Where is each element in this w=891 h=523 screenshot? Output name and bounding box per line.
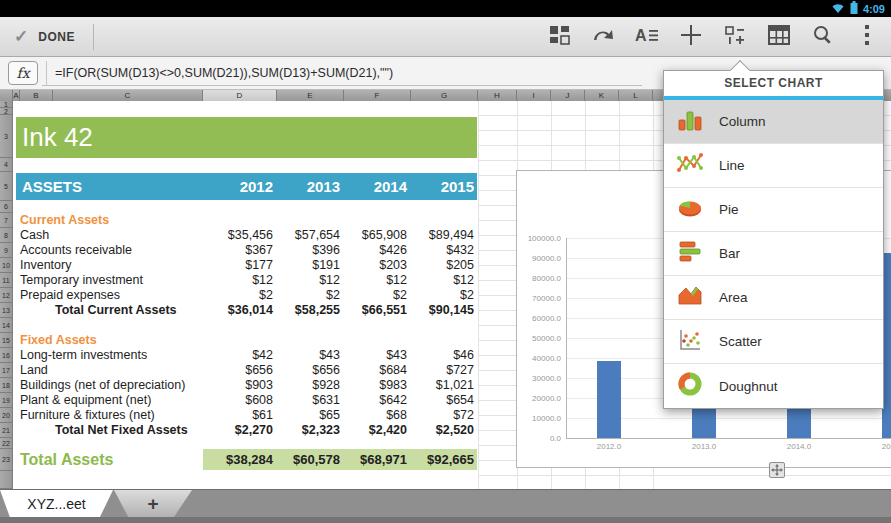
total-assets-value[interactable]: $68,971 <box>344 449 407 470</box>
cell-value[interactable]: $61 <box>203 408 273 423</box>
tab-active-sheet[interactable]: XYZ...eet <box>0 490 113 518</box>
row-header-6[interactable]: 6 <box>0 201 13 213</box>
cell-value[interactable]: $90,145 <box>411 303 474 318</box>
column-header-corner[interactable] <box>0 90 13 101</box>
column-header-E[interactable]: E <box>277 90 344 101</box>
add-sheet-tab[interactable]: + <box>114 490 192 518</box>
cell-value[interactable]: $203 <box>344 258 407 273</box>
fx-button[interactable]: fx <box>8 61 38 85</box>
cell-value[interactable]: $12 <box>203 273 273 288</box>
popup-item-line[interactable]: Line <box>664 144 883 188</box>
format-text-button[interactable]: A <box>625 17 669 57</box>
cell-value[interactable]: $426 <box>344 243 407 258</box>
cell-value[interactable]: $608 <box>203 393 273 408</box>
cell-value[interactable]: $36,014 <box>203 303 273 318</box>
table-button[interactable] <box>757 17 801 57</box>
cell-value[interactable]: $432 <box>411 243 474 258</box>
cell-value[interactable]: $928 <box>277 378 340 393</box>
row-header-4[interactable]: 4 <box>0 158 13 172</box>
cell-value[interactable]: $1,021 <box>411 378 474 393</box>
cell-value[interactable]: $367 <box>203 243 273 258</box>
section-header-row[interactable]: Fixed Assets <box>0 333 478 348</box>
column-header-L[interactable]: L <box>619 90 653 101</box>
cell-value[interactable]: $2,270 <box>203 423 273 438</box>
cell-value[interactable]: $12 <box>344 273 407 288</box>
cell-value[interactable]: $65,908 <box>344 228 407 243</box>
data-row[interactable]: Cash$35,456$57,654$65,908$89,494 <box>0 228 478 243</box>
cell-value[interactable]: $42 <box>203 348 273 363</box>
row-header-23[interactable]: 23 <box>0 449 13 471</box>
cell-value[interactable]: $684 <box>344 363 407 378</box>
popup-item-bar[interactable]: Bar <box>664 232 883 276</box>
column-header-G[interactable]: G <box>411 90 478 101</box>
cell-value[interactable]: $72 <box>411 408 474 423</box>
row-header-2[interactable]: 2 <box>0 108 13 115</box>
data-row[interactable]: Buildings (net of depreciation)$903$928$… <box>0 378 478 393</box>
cell-value[interactable]: $903 <box>203 378 273 393</box>
column-header-A[interactable]: A <box>13 90 20 101</box>
insert-object-button[interactable] <box>713 17 757 57</box>
cell-value[interactable]: $65 <box>277 408 340 423</box>
cell-value[interactable]: $12 <box>277 273 340 288</box>
done-button[interactable]: ✓ DONE <box>0 17 93 57</box>
cell-value[interactable]: $654 <box>411 393 474 408</box>
cell-value[interactable]: $12 <box>411 273 474 288</box>
cell-value[interactable]: $656 <box>277 363 340 378</box>
overflow-menu-button[interactable] <box>845 17 889 57</box>
insert-plus-button[interactable] <box>669 17 713 57</box>
cell-value[interactable]: $177 <box>203 258 273 273</box>
cell-value[interactable]: $43 <box>277 348 340 363</box>
cell-value[interactable]: $191 <box>277 258 340 273</box>
row-header-5[interactable]: 5 <box>0 172 13 201</box>
formula-input[interactable]: =IF(OR(SUM(D13)<>0,SUM(D21)),SUM(D13)+SU… <box>55 66 393 80</box>
cell-value[interactable]: $35,456 <box>203 228 273 243</box>
search-button[interactable] <box>801 17 845 57</box>
cell-value[interactable]: $727 <box>411 363 474 378</box>
data-row[interactable]: Furniture & fixtures (net)$61$65$68$72 <box>0 408 478 423</box>
column-header-C[interactable]: C <box>53 90 203 101</box>
column-header-I[interactable]: I <box>517 90 551 101</box>
chart-move-handle[interactable] <box>769 462 785 478</box>
cell-value[interactable]: $396 <box>277 243 340 258</box>
assets-header-banner[interactable]: ASSETS2012201320142015 <box>16 173 477 200</box>
popup-item-doughnut[interactable]: Doughnut <box>664 364 883 408</box>
cell-value[interactable]: $66,551 <box>344 303 407 318</box>
data-row[interactable]: Accounts receivable$367$396$426$432 <box>0 243 478 258</box>
column-header-J[interactable]: J <box>551 90 585 101</box>
row-header-1[interactable]: 1 <box>0 101 13 108</box>
column-header-F[interactable]: F <box>344 90 411 101</box>
popup-item-column[interactable]: Column <box>664 100 883 144</box>
cell-value[interactable]: $2 <box>411 288 474 303</box>
data-row[interactable]: Long-term investments$42$43$43$46 <box>0 348 478 363</box>
popup-item-scatter[interactable]: Scatter <box>664 320 883 364</box>
popup-item-area[interactable]: Area <box>664 276 883 320</box>
cell-value[interactable]: $89,494 <box>411 228 474 243</box>
total-assets-value[interactable]: $60,578 <box>277 449 340 470</box>
popup-item-pie[interactable]: Pie <box>664 188 883 232</box>
cell-value[interactable]: $2,323 <box>277 423 340 438</box>
column-header-D[interactable]: D <box>203 90 277 101</box>
total-row[interactable]: Total Net Fixed Assets$2,270$2,323$2,420… <box>0 423 478 438</box>
cell-value[interactable]: $46 <box>411 348 474 363</box>
data-row[interactable]: Land$656$656$684$727 <box>0 363 478 378</box>
cell-value[interactable]: $2 <box>344 288 407 303</box>
data-row[interactable]: Temporary investment$12$12$12$12 <box>0 273 478 288</box>
cell-value[interactable]: $58,255 <box>277 303 340 318</box>
sheet-title-banner[interactable]: Ink 42 <box>16 117 477 158</box>
cell-value[interactable]: $983 <box>344 378 407 393</box>
section-header-row[interactable]: Current Assets <box>0 213 478 228</box>
total-assets-value[interactable]: $38,284 <box>203 449 273 470</box>
row-header-14[interactable]: 14 <box>0 318 13 333</box>
view-style-button[interactable] <box>537 17 581 57</box>
cell-value[interactable]: $631 <box>277 393 340 408</box>
cell-value[interactable]: $68 <box>344 408 407 423</box>
data-row[interactable]: Prepaid expenses$2$2$2$2 <box>0 288 478 303</box>
cell-value[interactable]: $2 <box>277 288 340 303</box>
row-header-22[interactable]: 22 <box>0 438 13 449</box>
row-header-3[interactable]: 3 <box>0 115 13 158</box>
cell-value[interactable]: $656 <box>203 363 273 378</box>
cell-value[interactable]: $57,654 <box>277 228 340 243</box>
column-header-B[interactable]: B <box>20 90 53 101</box>
cell-value[interactable]: $2,420 <box>344 423 407 438</box>
column-header-K[interactable]: K <box>585 90 619 101</box>
